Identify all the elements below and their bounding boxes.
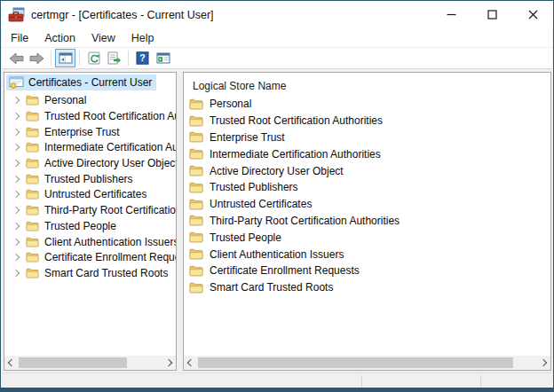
list-item[interactable]: Personal (184, 96, 550, 113)
menu-file[interactable]: File (3, 30, 36, 46)
list-item[interactable]: Trusted Publishers (184, 179, 550, 196)
console-tree-pane: Certificates - Current User Personal Tru… (4, 72, 177, 371)
tree-item[interactable]: Personal (4, 93, 176, 109)
refresh-button[interactable] (83, 49, 104, 67)
list-item[interactable]: Active Directory User Object (184, 162, 550, 179)
list-item[interactable]: Trusted Root Certification Authorities (184, 113, 550, 129)
chevron-right-icon[interactable] (12, 97, 20, 104)
tree-item-label: Personal (44, 94, 86, 106)
tree-item[interactable]: Smart Card Trusted Roots (4, 265, 176, 281)
list-item-label: Client Authentication Issuers (210, 248, 344, 261)
list-item[interactable]: Client Authentication Issuers (184, 246, 550, 263)
tree-item[interactable]: Trusted Publishers (4, 171, 176, 187)
folder-icon (189, 199, 203, 210)
horizontal-scrollbar[interactable] (4, 356, 176, 370)
folder-icon (26, 95, 39, 106)
mmc-console-icon (8, 7, 25, 22)
tree-item-label: Trusted Root Certification Authorities (44, 110, 176, 122)
list-item[interactable]: Enterprise Trust (184, 129, 550, 146)
tree-item[interactable]: Active Directory User Object (4, 155, 176, 171)
folder-icon (189, 231, 203, 243)
list-item-label: Third-Party Root Certification Authoriti… (210, 215, 400, 227)
show-console-tree-button[interactable] (55, 49, 75, 67)
show-action-pane-button[interactable] (153, 49, 173, 67)
toolbar-separator (128, 51, 129, 66)
tree-item-label: Certificate Enrollment Requests (44, 251, 176, 263)
minimize-button[interactable] (431, 1, 471, 28)
toolbar-separator (79, 51, 80, 66)
forward-arrow-icon (29, 52, 44, 65)
tree-item[interactable]: Certificate Enrollment Requests (4, 249, 176, 265)
tree-item[interactable]: Trusted Root Certification Authorities (4, 108, 176, 124)
list-item-label: Enterprise Trust (210, 131, 285, 144)
export-list-button[interactable] (104, 49, 124, 67)
maximize-button[interactable] (471, 1, 512, 28)
folder-icon (26, 221, 39, 231)
chevron-right-icon[interactable] (12, 160, 20, 167)
horizontal-scrollbar[interactable] (184, 356, 550, 370)
help-button[interactable]: ? (132, 49, 153, 67)
title-bar[interactable]: certmgr - [Certificates - Current User] (1, 1, 553, 28)
chevron-right-icon[interactable] (12, 191, 20, 198)
scrollbar-thumb[interactable] (198, 357, 513, 368)
toolbar: ? (2, 48, 552, 69)
window-controls (431, 1, 553, 28)
scroll-right-button[interactable] (162, 356, 176, 370)
folder-icon (189, 182, 203, 193)
back-arrow-icon (9, 52, 24, 65)
back-button[interactable] (6, 49, 27, 67)
folder-icon (189, 131, 203, 143)
list-item-label: Certificate Enrollment Requests (210, 264, 360, 277)
list-item[interactable]: Third-Party Root Certification Authoriti… (184, 213, 550, 230)
menu-help[interactable]: Help (123, 30, 162, 46)
chevron-right-icon[interactable] (12, 238, 20, 245)
list-item[interactable]: Untrusted Certificates (184, 196, 550, 213)
tree-item[interactable]: Enterprise Trust (4, 124, 176, 140)
pane-splitter[interactable] (177, 72, 183, 371)
list-item[interactable]: Certificate Enrollment Requests (184, 263, 550, 279)
tree-item[interactable]: Untrusted Certificates (4, 187, 176, 203)
status-bar-separator (480, 375, 481, 387)
chevron-right-icon (540, 359, 547, 366)
chevron-right-icon[interactable] (12, 223, 20, 230)
list-item-label: Intermediate Certification Authorities (210, 148, 381, 161)
scrollbar-thumb[interactable] (19, 357, 127, 368)
menu-action[interactable]: Action (36, 30, 83, 46)
tree-item-label: Active Directory User Object (44, 157, 176, 169)
list-item-label: Smart Card Trusted Roots (210, 281, 333, 294)
list-item-label: Active Directory User Object (210, 165, 344, 177)
tree-item-label: Trusted People (44, 220, 116, 232)
chevron-right-icon (165, 359, 172, 366)
tree-root-label: Certificates - Current User (28, 76, 152, 89)
forward-button[interactable] (27, 49, 47, 67)
scroll-right-button[interactable] (536, 356, 550, 370)
maximize-icon (487, 10, 497, 20)
list-item[interactable]: Intermediate Certification Authorities (184, 145, 550, 162)
close-button[interactable] (512, 1, 553, 28)
list-item[interactable]: Trusted People (184, 229, 550, 246)
tree-item[interactable]: Third-Party Root Certification Authoriti… (4, 202, 176, 218)
close-icon (528, 10, 538, 20)
menu-view[interactable]: View (83, 30, 123, 46)
list-item[interactable]: Smart Card Trusted Roots (184, 279, 550, 296)
tree-item[interactable]: Intermediate Certification Authorities (4, 140, 176, 156)
chevron-right-icon[interactable] (12, 270, 20, 277)
tree-item-label: Client Authentication Issuers (44, 236, 176, 248)
tree-root-certificates-current-user[interactable]: Certificates - Current User (6, 74, 156, 90)
chevron-right-icon[interactable] (12, 207, 20, 214)
scroll-left-button[interactable] (184, 356, 198, 370)
chevron-right-icon[interactable] (12, 113, 20, 120)
chevron-right-icon[interactable] (12, 128, 20, 135)
tree-item[interactable]: Client Authentication Issuers (4, 234, 176, 250)
chevron-right-icon[interactable] (12, 176, 20, 183)
scroll-left-button[interactable] (4, 356, 19, 370)
tree-item-label: Trusted Publishers (44, 173, 133, 185)
column-header-logical-store-name[interactable]: Logical Store Name (184, 73, 550, 96)
folder-icon (26, 268, 39, 278)
folder-icon (26, 237, 39, 247)
tree-item[interactable]: Trusted People (4, 218, 176, 234)
chevron-right-icon[interactable] (12, 144, 20, 151)
store-list-pane: Logical Store Name Personal Trusted Root… (183, 72, 551, 371)
folder-icon (189, 148, 203, 160)
chevron-right-icon[interactable] (12, 254, 20, 261)
